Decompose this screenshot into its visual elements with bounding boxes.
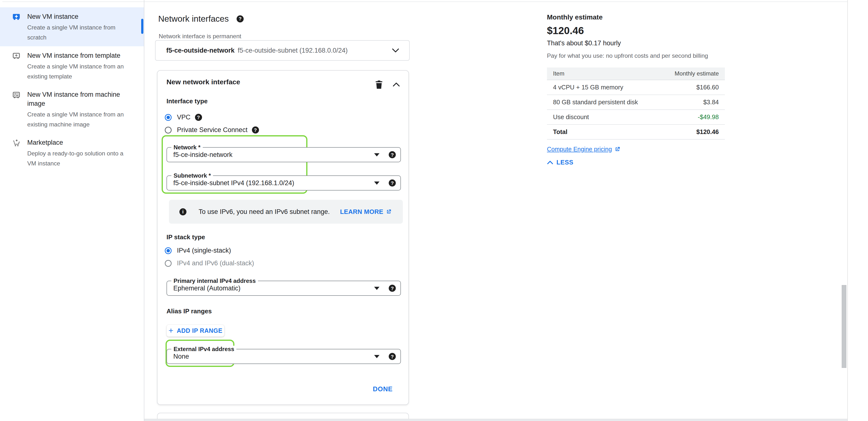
pricing-link-label: Compute Engine pricing [547, 146, 612, 153]
sidebar-item-new-vm-from-template[interactable]: New VM instance from template Create a s… [0, 46, 144, 85]
dropdown-caret-icon [374, 355, 379, 358]
billing-note: Pay for what you use: no upfront costs a… [547, 52, 708, 59]
add-ip-range-label: ADD IP RANGE [177, 327, 222, 334]
sidebar-item-description: Deploy a ready-to-go solution onto a VM … [27, 148, 132, 168]
primary-internal-ipv4-select-field[interactable]: Primary internal IPv4 address Ephemeral … [166, 281, 401, 296]
create-instance-sidebar: New VM instance Create a single VM insta… [0, 2, 144, 421]
sidebar-item-description: Create a single VM instance from an exis… [27, 61, 132, 81]
dropdown-caret-icon [374, 287, 379, 290]
network-help-icon[interactable]: ? [389, 151, 396, 158]
table-row: 80 GB standard persistent disk $3.84 [547, 95, 725, 110]
primary-internal-ipv4-help-icon[interactable]: ? [389, 285, 396, 292]
network-interfaces-help-icon[interactable]: ? [237, 16, 244, 22]
estimate-table: Item Monthly estimate 4 vCPU + 15 GB mem… [547, 67, 725, 140]
summary-network-name: f5-ce-outside-network [166, 47, 235, 54]
row-value: $166.60 [696, 84, 725, 91]
row-item: Use discount [547, 114, 589, 121]
sidebar-item-marketplace[interactable]: Marketplace Deploy a ready-to-go solutio… [0, 133, 144, 172]
plus-icon: + [168, 326, 173, 335]
ip-stack-type-label: IP stack type [166, 233, 205, 241]
sidebar-item-new-vm-instance[interactable]: New VM instance Create a single VM insta… [0, 7, 144, 46]
sidebar-item-title: Marketplace [27, 138, 132, 147]
chevron-up-icon [392, 82, 400, 87]
radio-row-ipv4-ipv6-dual-stack[interactable]: IPv4 and IPv6 (dual-stack) [165, 259, 254, 267]
subnetwork-select-field[interactable]: Subnetwork * f5-ce-inside-subnet IPv4 (1… [166, 175, 401, 191]
interface-type-label: Interface type [166, 97, 208, 105]
learn-more-label: LEARN MORE [340, 208, 383, 216]
content-right-divider [847, 0, 848, 421]
sidebar-divider [144, 0, 144, 421]
external-ipv4-help-icon[interactable]: ? [389, 353, 396, 360]
radio-row-ipv4-single-stack[interactable]: IPv4 (single-stack) [165, 247, 231, 254]
ipv6-banner-message: To use IPv6, you need an IPv6 subnet ran… [198, 208, 330, 216]
vpc-radio-label: VPC [177, 114, 191, 121]
network-field-label: Network * [172, 144, 203, 151]
dual-stack-radio[interactable] [165, 260, 172, 267]
page-title: Network interfaces [158, 13, 229, 24]
permanent-note: Network interface is permanent [159, 33, 241, 40]
new-network-interface-card: New network interface Interface type VPC… [157, 70, 409, 405]
table-row: Use discount -$49.98 [547, 110, 725, 125]
external-link-icon [614, 146, 620, 152]
sidebar-item-new-vm-from-machine-image[interactable]: New VM instance from machine image Creat… [0, 85, 144, 133]
primary-internal-ipv4-label: Primary internal IPv4 address [172, 278, 258, 284]
subnetwork-field-label: Subnetwork * [172, 172, 213, 179]
chevron-up-icon [547, 160, 553, 165]
network-field-value: f5-ce-inside-network [173, 151, 232, 159]
external-ipv4-label: External IPv4 address [172, 346, 236, 353]
total-value: $120.46 [696, 129, 725, 136]
subnetwork-field-value: f5-ce-inside-subnet IPv4 (192.168.1.0/24… [173, 179, 294, 187]
row-item: 4 vCPU + 15 GB memory [547, 84, 623, 91]
row-value-discount: -$49.98 [698, 114, 725, 121]
subnetwork-help-icon[interactable]: ? [389, 179, 396, 187]
sidebar-item-description: Create a single VM instance from scratch [27, 22, 132, 43]
network-interface-summary-expander[interactable]: f5-ce-outside-network f5-ce-outside-subn… [155, 40, 410, 61]
row-value: $3.84 [703, 99, 725, 106]
footer-bar-edge [144, 419, 847, 421]
ipv4-single-stack-label: IPv4 (single-stack) [177, 247, 231, 254]
vpc-help-icon[interactable]: ? [195, 114, 202, 121]
sidebar-item-description: Create a single VM instance from an exis… [27, 109, 132, 130]
estimate-table-header: Item Monthly estimate [547, 67, 725, 80]
sidebar-item-title: New VM instance [27, 12, 132, 21]
monthly-estimate-amount: $120.46 [547, 25, 584, 36]
dual-stack-label: IPv4 and IPv6 (dual-stack) [177, 259, 254, 267]
hourly-estimate-note: That's about $0.17 hourly [547, 39, 621, 47]
card-title: New network interface [166, 78, 240, 86]
ipv6-info-banner: i To use IPv6, you need an IPv6 subnet r… [169, 200, 403, 224]
summary-subnet-name: f5-ce-outside-subnet (192.168.0.0/24) [238, 47, 348, 54]
vpc-radio[interactable] [165, 114, 172, 121]
table-row: 4 vCPU + 15 GB memory $166.60 [547, 80, 725, 95]
vertical-scrollbar-thumb[interactable] [842, 285, 846, 368]
private-service-connect-radio[interactable] [165, 127, 172, 134]
external-ipv4-select-field[interactable]: External IPv4 address None ? [166, 349, 401, 364]
chevron-down-icon[interactable] [392, 48, 399, 53]
dropdown-caret-icon [374, 181, 379, 185]
network-select-field[interactable]: Network * f5-ce-inside-network ? [166, 147, 401, 162]
less-label: LESS [556, 159, 574, 166]
add-ip-range-button[interactable]: + ADD IP RANGE [166, 325, 224, 337]
monthly-estimate-title: Monthly estimate [547, 13, 603, 21]
delete-interface-button[interactable] [375, 80, 383, 89]
ipv4-single-stack-radio[interactable] [165, 247, 172, 254]
compute-engine-pricing-link[interactable]: Compute Engine pricing [547, 146, 620, 153]
row-item: 80 GB standard persistent disk [547, 99, 638, 106]
private-service-connect-help-icon[interactable]: ? [252, 127, 259, 134]
learn-more-link[interactable]: LEARN MORE [340, 208, 392, 216]
machine-image-icon [12, 91, 21, 99]
table-row-total: Total $120.46 [547, 125, 725, 140]
marketplace-cart-icon [12, 139, 21, 147]
total-label: Total [547, 129, 567, 136]
external-link-icon [386, 209, 392, 215]
sidebar-item-title: New VM instance from machine image [27, 90, 132, 108]
collapse-interface-button[interactable] [392, 82, 400, 87]
done-button[interactable]: DONE [373, 386, 393, 393]
external-ipv4-value: None [173, 353, 189, 360]
less-toggle-button[interactable]: LESS [547, 159, 574, 166]
header-monthly-estimate: Monthly estimate [675, 70, 725, 77]
trash-icon [375, 80, 383, 89]
radio-row-private-service-connect[interactable]: Private Service Connect ? [165, 126, 259, 134]
alias-ip-ranges-label: Alias IP ranges [166, 307, 212, 315]
info-icon: i [179, 208, 186, 215]
radio-row-vpc[interactable]: VPC ? [165, 114, 202, 121]
